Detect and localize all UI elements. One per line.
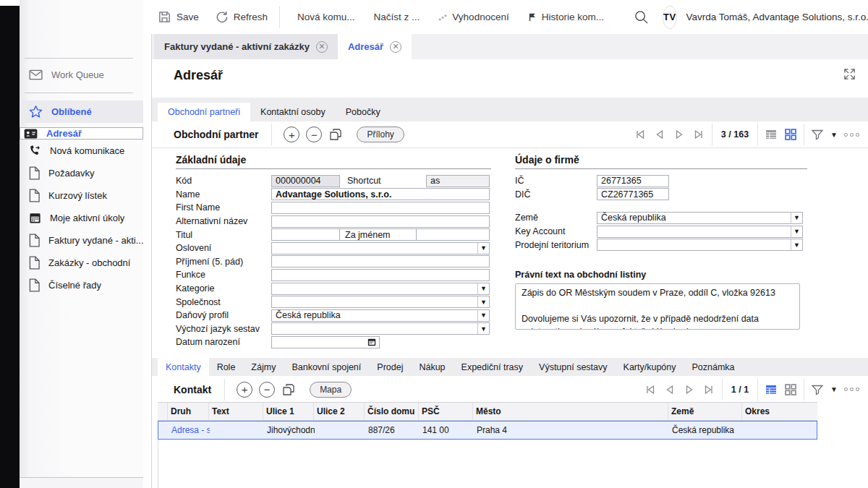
sidebar-item-oblibene[interactable]: Oblíbené bbox=[20, 100, 143, 123]
next-record-icon[interactable] bbox=[673, 128, 686, 141]
historie-button[interactable]: Historie kom... bbox=[528, 12, 604, 22]
subtab-obchodni-partneri[interactable]: Obchodní partneři bbox=[158, 103, 250, 121]
table-view-icon[interactable] bbox=[765, 383, 778, 396]
datum-narozeni-field[interactable] bbox=[271, 336, 380, 348]
sidebar-item-work-queue[interactable]: Work Queue bbox=[20, 64, 143, 86]
filter-caret-icon[interactable]: ▼ bbox=[830, 131, 838, 139]
last-record-icon[interactable] bbox=[702, 383, 715, 396]
pravni-text-field[interactable]: Zápis do OR Městským soudem v Praze, odd… bbox=[515, 283, 800, 330]
column-header-ulice1[interactable]: Ulice 1 bbox=[263, 403, 314, 420]
tab-poznamka[interactable]: Poznámka bbox=[684, 358, 743, 376]
delete-contact-button[interactable]: − bbox=[259, 382, 275, 398]
cell-text[interactable] bbox=[210, 421, 264, 439]
previous-record-icon[interactable] bbox=[653, 128, 666, 141]
sidebar-item-faktury-vydane[interactable]: Faktury vydané - akti... bbox=[20, 229, 143, 252]
close-icon[interactable]: ✕ bbox=[390, 41, 401, 53]
nacist-z-button[interactable]: Načíst z ... bbox=[374, 12, 420, 22]
overflow-menu-icon[interactable] bbox=[844, 388, 859, 391]
maximize-icon[interactable] bbox=[843, 67, 856, 84]
kod-field[interactable] bbox=[271, 175, 340, 187]
cell-druh[interactable]: Adresa - sídlo bbox=[169, 421, 210, 439]
sidebar-item-kurzovy-listek[interactable]: Kurzový lístek bbox=[20, 184, 143, 207]
spolecnost-select[interactable]: ▼ bbox=[271, 296, 490, 308]
tab-vystupni-sestavy[interactable]: Výstupní sestavy bbox=[531, 358, 616, 376]
subtab-pobocky[interactable]: Pobočky bbox=[336, 103, 391, 121]
prijmeni-field[interactable] bbox=[271, 255, 490, 267]
zeme-select[interactable]: Česká republika▼ bbox=[597, 212, 803, 224]
sidebar-item-moje-aktivni-ukoly[interactable]: Moje aktivní úkoly bbox=[20, 207, 143, 229]
attachments-button[interactable]: Přílohy bbox=[357, 127, 404, 142]
sidebar-item-pozadavky[interactable]: Požadavky bbox=[20, 162, 143, 184]
column-header-psc[interactable]: PSČ bbox=[419, 403, 473, 420]
tab-faktury-vydane[interactable]: Faktury vydané - aktivní zakázky ✕ bbox=[154, 34, 338, 59]
shortcut-field[interactable] bbox=[426, 175, 490, 187]
column-header-text[interactable]: Text bbox=[209, 403, 263, 420]
kategorie-select[interactable]: ▼ bbox=[271, 283, 490, 295]
first-name-field[interactable] bbox=[271, 202, 490, 214]
cell-okres[interactable] bbox=[743, 421, 817, 439]
alternativni-nazev-field[interactable] bbox=[271, 215, 490, 228]
last-record-icon[interactable] bbox=[692, 128, 705, 141]
column-header-druh[interactable]: Druh bbox=[168, 403, 209, 420]
prodejni-teritorium-select[interactable]: ▼ bbox=[597, 239, 803, 251]
cell-cislo-domu[interactable]: 887/26 bbox=[365, 421, 420, 439]
add-record-button[interactable]: + bbox=[284, 127, 299, 142]
sidebar-item-adresar[interactable]: Adresář bbox=[20, 127, 143, 140]
tab-prodej[interactable]: Prodej bbox=[369, 358, 411, 376]
cell-ulice1[interactable]: Jihovýchodní III bbox=[264, 421, 315, 439]
first-record-icon[interactable] bbox=[634, 128, 647, 141]
previous-record-icon[interactable] bbox=[663, 383, 676, 396]
copy-contact-icon[interactable] bbox=[282, 383, 295, 396]
column-header-mesto[interactable]: Město bbox=[473, 403, 668, 420]
filter-icon[interactable] bbox=[811, 383, 824, 396]
delete-record-button[interactable]: − bbox=[306, 127, 322, 142]
table-row[interactable]: Adresa - sídlo Jihovýchodní III 887/26 1… bbox=[158, 421, 817, 440]
tab-role[interactable]: Role bbox=[209, 358, 244, 376]
cell-ulice2[interactable] bbox=[315, 421, 365, 439]
sidebar-item-zakazky-obchodni[interactable]: Zakázky - obchodní bbox=[20, 252, 143, 274]
sidebar-item-nova-komunikace[interactable]: Nová komunikace bbox=[20, 140, 143, 162]
tab-nakup[interactable]: Nákup bbox=[411, 358, 453, 376]
ic-field[interactable] bbox=[597, 175, 669, 187]
dic-field[interactable] bbox=[597, 188, 669, 200]
tab-karty-kupony[interactable]: Karty/kupóny bbox=[616, 358, 684, 376]
danovy-profil-select[interactable]: Česká republika▼ bbox=[271, 309, 490, 322]
first-record-icon[interactable] bbox=[644, 383, 657, 396]
next-record-icon[interactable] bbox=[683, 383, 696, 396]
column-header-okres[interactable]: Okres bbox=[742, 403, 816, 420]
sidebar-item-ciselne-rady[interactable]: Číselné řady bbox=[20, 274, 143, 296]
osloveni-select[interactable]: ▼ bbox=[271, 242, 490, 254]
column-header-ulice2[interactable]: Ulice 2 bbox=[314, 403, 365, 420]
add-contact-button[interactable]: + bbox=[237, 382, 252, 398]
nova-komunikace-button[interactable]: Nová komu... bbox=[297, 12, 355, 22]
overflow-menu-icon[interactable] bbox=[844, 133, 859, 137]
key-account-select[interactable]: ▼ bbox=[597, 226, 803, 238]
vyhodnoceni-button[interactable]: Vyhodnocení bbox=[438, 12, 509, 22]
filter-icon[interactable] bbox=[811, 128, 824, 141]
save-button[interactable]: Save bbox=[158, 10, 199, 24]
tab-zajmy[interactable]: Zájmy bbox=[243, 358, 284, 376]
tab-bankovni-spojeni[interactable]: Bankovní spojení bbox=[284, 358, 369, 376]
tab-expedicni-trasy[interactable]: Expediční trasy bbox=[454, 358, 531, 376]
titul-field[interactable] bbox=[271, 228, 340, 241]
column-header-cislo-domu[interactable]: Číslo domu bbox=[365, 403, 419, 420]
grid-view-icon[interactable] bbox=[784, 383, 797, 396]
cell-mesto[interactable]: Praha 4 bbox=[474, 421, 669, 439]
vychozi-jazyk-select[interactable]: ▼ bbox=[271, 322, 490, 335]
funkce-field[interactable] bbox=[271, 269, 490, 281]
tab-kontakty[interactable]: Kontakty bbox=[158, 358, 209, 376]
cell-psc[interactable]: 141 00 bbox=[420, 421, 474, 439]
grid-view-icon[interactable] bbox=[784, 128, 797, 141]
close-icon[interactable]: ✕ bbox=[316, 41, 328, 53]
copy-record-icon[interactable] bbox=[329, 128, 342, 141]
filter-caret-icon[interactable]: ▼ bbox=[830, 385, 838, 393]
calendar-icon[interactable] bbox=[367, 338, 376, 346]
column-header-zeme[interactable]: Země bbox=[668, 403, 742, 420]
search-button[interactable] bbox=[633, 9, 650, 25]
table-view-icon[interactable] bbox=[765, 128, 778, 141]
titul-za-jmenem-field[interactable] bbox=[417, 228, 490, 241]
name-field[interactable] bbox=[271, 188, 490, 200]
map-button[interactable]: Mapa bbox=[310, 382, 352, 398]
user-avatar[interactable]: TV bbox=[663, 6, 677, 29]
refresh-button[interactable]: Refresh bbox=[215, 10, 268, 24]
